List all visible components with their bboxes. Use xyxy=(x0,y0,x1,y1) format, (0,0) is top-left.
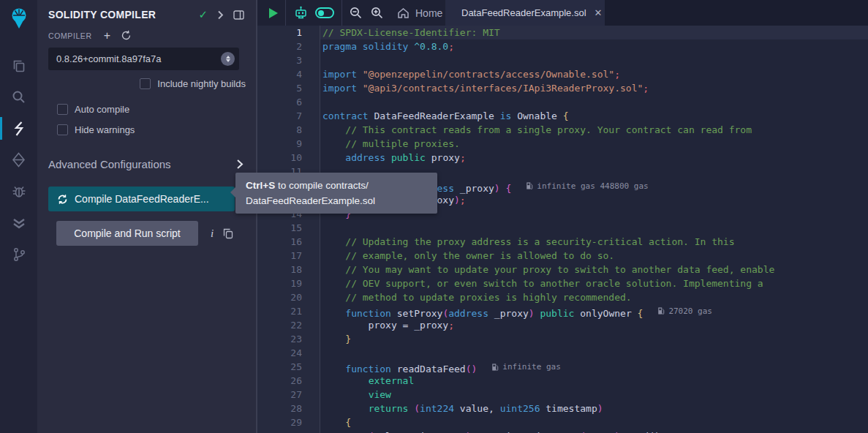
gas-estimate-badge: 27020 gas xyxy=(657,304,712,318)
code-line[interactable]: 28 returns (int224 value, uint256 timest… xyxy=(257,402,868,415)
line-number: 2 xyxy=(257,39,320,53)
line-number: 29 xyxy=(257,415,320,429)
copy-icon[interactable] xyxy=(223,228,233,239)
gas-estimate-badge: infinite gas xyxy=(491,360,560,374)
hide-warnings-label: Hide warnings xyxy=(75,124,135,135)
line-number: 22 xyxy=(257,318,320,332)
compile-success-check-icon: ✓ xyxy=(198,8,208,21)
code-line[interactable]: 18 // You may want to update your proxy … xyxy=(257,263,868,276)
line-number: 3 xyxy=(257,53,320,67)
active-file-tab[interactable]: DataFeedReaderExample.sol ✕ xyxy=(445,0,605,26)
auto-compile-checkbox[interactable] xyxy=(57,104,68,115)
line-number: 26 xyxy=(257,374,320,388)
code-line[interactable]: 9 // multiple proxies. xyxy=(257,137,868,151)
tooltip-line-2: DataFeedReaderExample.sol xyxy=(246,193,430,208)
copilot-toggle[interactable] xyxy=(315,7,334,18)
auto-compile-row: Auto compile xyxy=(57,104,256,115)
include-nightly-checkbox[interactable] xyxy=(140,78,151,89)
close-icon[interactable]: ✕ xyxy=(595,7,603,18)
code-editor[interactable]: 1// SPDX-License-Identifier: MIT2pragma … xyxy=(257,26,868,433)
code-line[interactable]: 4import "@openzeppelin/contracts/access/… xyxy=(257,67,868,81)
compile-button[interactable]: Compile DataFeedReaderE... xyxy=(48,187,235,211)
line-number: 10 xyxy=(257,151,320,165)
code-line[interactable]: 24 xyxy=(257,346,868,360)
code-line[interactable]: 10 address public proxy; xyxy=(257,151,868,165)
compiler-section-header: COMPILER + xyxy=(37,24,256,41)
code-line[interactable]: 23 } xyxy=(257,332,868,346)
compile-and-run-button[interactable]: Compile and Run script xyxy=(56,221,198,246)
line-number: 8 xyxy=(257,123,320,137)
code-line[interactable]: 22 proxy = _proxy; xyxy=(257,318,868,332)
line-number: 5 xyxy=(257,81,320,95)
debugger-icon[interactable] xyxy=(0,176,37,207)
ai-copilot-robot-icon[interactable] xyxy=(293,5,309,20)
compiler-section-label: COMPILER xyxy=(48,31,92,40)
line-number: 25 xyxy=(257,360,320,374)
hide-warnings-checkbox[interactable] xyxy=(57,124,68,135)
code-lines: 1// SPDX-License-Identifier: MIT2pragma … xyxy=(257,26,868,433)
deploy-run-icon[interactable] xyxy=(0,144,37,176)
git-icon[interactable] xyxy=(0,238,37,270)
line-number: 7 xyxy=(257,109,320,123)
hide-warnings-row: Hide warnings xyxy=(57,124,256,135)
code-line[interactable]: 17 // example, only the owner is allowed… xyxy=(257,249,868,263)
code-line[interactable]: 27 view xyxy=(257,388,868,402)
info-icon[interactable]: i xyxy=(211,227,214,240)
add-compiler-icon[interactable]: + xyxy=(104,31,110,40)
zoom-out-icon[interactable] xyxy=(349,6,363,20)
code-line[interactable]: 20 // method to update proxies is highly… xyxy=(257,290,868,304)
code-line[interactable]: 8 // This contract reads from a single p… xyxy=(257,123,868,137)
zoom-in-icon[interactable] xyxy=(370,6,384,20)
line-number: 27 xyxy=(257,388,320,402)
remix-ide-window: SOLIDITY COMPILER ✓ COMPILER + 0.8 xyxy=(0,0,868,433)
gas-estimate-badge: infinite gas 448800 gas xyxy=(526,179,648,193)
line-number: 20 xyxy=(257,290,320,304)
code-line[interactable]: 5import "@api3/contracts/interfaces/IApi… xyxy=(257,81,868,95)
file-explorer-icon[interactable] xyxy=(0,50,37,81)
static-analysis-icon[interactable] xyxy=(0,207,37,238)
advanced-configurations-toggle[interactable]: Advanced Configurations xyxy=(37,158,256,170)
remix-logo[interactable] xyxy=(0,0,37,37)
pin-panel-icon[interactable] xyxy=(233,10,244,20)
home-icon xyxy=(397,7,410,19)
line-number: 30 xyxy=(257,429,320,433)
line-number: 6 xyxy=(257,95,320,109)
code-line[interactable]: 2pragma solidity ^0.8.0; xyxy=(257,39,868,53)
compiler-version-select[interactable]: 0.8.26+commit.8a97fa7a xyxy=(48,48,239,70)
code-line[interactable]: 29 { xyxy=(257,415,868,429)
tooltip-line-1: Ctrl+S to compile contracts/ xyxy=(246,178,430,193)
line-number: 17 xyxy=(257,249,320,263)
home-tab[interactable]: Home xyxy=(397,7,442,19)
code-line[interactable]: 26 external xyxy=(257,374,868,388)
select-arrows-icon xyxy=(221,52,235,66)
line-number: 18 xyxy=(257,263,320,276)
compiler-version-value: 0.8.26+commit.8a97fa7a xyxy=(56,53,161,64)
code-line[interactable]: 15 xyxy=(257,221,868,235)
line-number: 23 xyxy=(257,332,320,346)
code-line[interactable]: 16 // Updating the proxy address is a se… xyxy=(257,235,868,249)
reload-compiler-list-icon[interactable] xyxy=(121,30,132,41)
tab-title: DataFeedReaderExample.sol xyxy=(461,7,586,18)
code-line[interactable]: 1// SPDX-License-Identifier: MIT xyxy=(257,26,868,39)
solidity-compiler-panel: SOLIDITY COMPILER ✓ COMPILER + 0.8 xyxy=(37,0,257,433)
refresh-icon xyxy=(57,194,68,205)
line-number: 19 xyxy=(257,276,320,290)
code-line[interactable]: 19 // OEV support, or even switch to ano… xyxy=(257,276,868,290)
editor-toolbar: Home DataFeedReaderExample.sol ✕ xyxy=(257,0,868,26)
code-line[interactable]: 6 xyxy=(257,95,868,109)
advanced-configurations-label: Advanced Configurations xyxy=(48,158,171,170)
chevron-right-icon[interactable] xyxy=(217,10,224,20)
compile-button-label: Compile DataFeedReaderE... xyxy=(75,193,209,205)
search-icon[interactable] xyxy=(0,81,37,113)
auto-compile-label: Auto compile xyxy=(75,104,129,115)
code-line[interactable]: 25 function readDataFeed()infinite gas xyxy=(257,360,868,374)
solidity-compiler-icon[interactable] xyxy=(0,113,37,144)
code-line[interactable]: 21 function setProxy(address _proxy) pub… xyxy=(257,304,868,318)
code-line[interactable]: 3 xyxy=(257,53,868,67)
code-line[interactable]: 7contract DataFeedReaderExample is Ownab… xyxy=(257,109,868,123)
line-number: 1 xyxy=(257,26,320,39)
tab-strip-background xyxy=(605,0,868,26)
code-line[interactable]: 30 (value, timestamp) = IApi3ReaderProxy… xyxy=(257,429,868,433)
compile-run-row: Compile and Run script i xyxy=(56,221,256,246)
play-icon[interactable] xyxy=(269,8,278,18)
